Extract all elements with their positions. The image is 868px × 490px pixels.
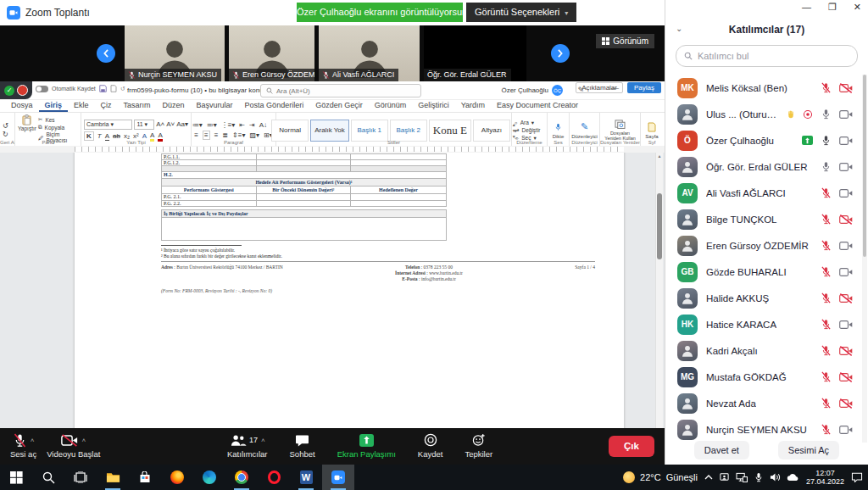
toolbar-ekran-paylaşımı-button[interactable]: Ekran Paylaşımı (332, 432, 401, 459)
italic-button[interactable]: T (97, 132, 102, 140)
participant-row[interactable]: MKMelis Köksal (Ben) (665, 75, 861, 101)
tray-mic[interactable] (754, 472, 764, 482)
weather-widget[interactable]: 22°C Güneşli (623, 471, 698, 483)
word-tab-easy-document-creator[interactable]: Easy Document Creator (491, 99, 584, 112)
dictate-icon[interactable] (554, 122, 562, 132)
participant-row[interactable]: ÖÖzer Çulhaoğlu (665, 127, 861, 153)
undo-quick-icon[interactable]: ↺ (120, 86, 125, 92)
superscript-button[interactable]: x² (133, 132, 139, 140)
redo-button[interactable]: ↻ (3, 131, 8, 138)
page-icon[interactable] (648, 122, 656, 132)
word-tab-giri-[interactable]: Giriş (39, 99, 69, 112)
justify-button[interactable]: ≣ (222, 131, 228, 139)
participant-row[interactable]: Kadri Akçalı (665, 337, 861, 364)
autosave-toggle[interactable] (36, 86, 48, 92)
align-center-button[interactable]: ≡ (203, 131, 210, 140)
toolbar-katılımcılar-button[interactable]: 17˄Katılımcılar (222, 432, 273, 459)
taskbar-store-button[interactable] (129, 465, 161, 490)
word-tab-d-zen[interactable]: Düzen (157, 99, 191, 112)
toolbar-sesi-aç-button[interactable]: ˄Sesi aç (5, 432, 42, 459)
taskbar-chrome-button[interactable] (225, 465, 258, 490)
participant-row[interactable]: Eren Gürsoy ÖZDEMİR (665, 232, 861, 259)
participants-scrollbar[interactable] (862, 75, 867, 443)
word-tab-tasar-m[interactable]: Tasarım (118, 99, 157, 112)
save-icon[interactable] (99, 85, 107, 92)
find-button[interactable]: ⌕ Ara ▾ (515, 120, 534, 126)
taskbar-clock[interactable]: 12:07 27.04.2022 (806, 469, 844, 486)
word-account[interactable]: Özer Çulhaoğlu ÖÇ (501, 85, 563, 96)
style-ba-l-k-2[interactable]: Başlık 2 (390, 120, 427, 142)
participant-row[interactable]: Nevzat Ada (665, 390, 861, 416)
undo-button[interactable]: ↺ (3, 122, 8, 130)
taskbar-search-button[interactable] (32, 465, 64, 490)
tray-display[interactable] (736, 472, 748, 482)
panel-close-button[interactable]: ✕ (854, 2, 861, 13)
invite-button[interactable]: Davet et (694, 441, 749, 459)
word-tab-geli-tirici[interactable]: Geliştirici (412, 99, 455, 112)
participant-row[interactable]: GBGözde BUHARALI (665, 259, 861, 285)
leave-meeting-button[interactable]: Çık (609, 436, 654, 457)
word-search-box[interactable]: Ara (Alt+Ü) (260, 84, 421, 97)
taskbar-word-button[interactable]: W (290, 465, 322, 490)
taskbar-edge-button[interactable] (193, 465, 225, 490)
panel-minimize-button[interactable]: — (802, 2, 811, 13)
underline-button[interactable]: A (105, 132, 109, 141)
replace-button[interactable]: ⇄ Değiştir (515, 127, 541, 134)
paste-button[interactable]: Yapıştır (18, 114, 36, 131)
style-normal[interactable]: Normal (271, 120, 309, 142)
video-tile[interactable]: Öğr. Gör. Erdal GÜLER (424, 25, 526, 81)
participant-row[interactable]: Öğr. Gör. Erdal GÜLER (665, 153, 861, 180)
participant-row[interactable]: HKHatice KARACA (665, 311, 861, 337)
multilevel-list-button[interactable]: ⋮≡▾ (221, 121, 236, 129)
panel-restore-button[interactable]: ❐ (828, 2, 837, 13)
view-layout-button[interactable]: Görünüm (596, 34, 654, 48)
taskbar-opera-button[interactable] (258, 465, 290, 490)
toolbar-kaydet-button[interactable]: Kaydet (413, 432, 448, 459)
word-tab-yard-m[interactable]: Yardım (455, 99, 491, 112)
style-ba-l-k-1[interactable]: Başlık 1 (351, 120, 388, 142)
toolbar-videoyu-başlat-button[interactable]: ˄Videoyu Başlat (42, 432, 105, 459)
participant-row[interactable]: MGMustafa GÖKDAĞ (665, 364, 861, 390)
numbering-button[interactable]: ≕▾ (207, 121, 217, 129)
shrink-font-button[interactable]: A˅ (166, 120, 175, 128)
taskbar-start-button[interactable] (0, 465, 32, 490)
subscript-button[interactable]: x₂ (124, 132, 130, 140)
style-aral-k-yok[interactable]: Aralık Yok (310, 120, 349, 142)
word-tab--iz[interactable]: Çiz (95, 99, 118, 112)
taskbar-task-view-button[interactable] (64, 465, 97, 490)
tray-cloud[interactable] (787, 473, 799, 482)
video-tile[interactable]: Eren Gürsoy ÖZDEMİR (229, 25, 314, 81)
line-spacing-button[interactable]: ⇕≡▾ (232, 131, 245, 139)
word-tab-dosya[interactable]: Dosya (5, 99, 39, 112)
grow-font-button[interactable]: A˄ (156, 120, 164, 128)
word-tab-g-r-n-m[interactable]: Görünüm (369, 99, 413, 112)
view-options-button[interactable]: Görüntü Seçenekleri▾ (466, 3, 576, 22)
increase-indent-button[interactable]: ⇥ (249, 121, 255, 129)
font-name-combobox[interactable]: Cambria ▾ (84, 120, 132, 130)
word-scrollbar[interactable]: ▲ (655, 153, 663, 428)
reuse-files-icon[interactable] (615, 120, 626, 129)
taskbar-zoom-button[interactable] (322, 465, 354, 490)
word-tab-ba-vurular[interactable]: Başvurular (191, 99, 239, 112)
participant-row[interactable]: Nurçin SEYMEN AKSU (665, 416, 861, 443)
participant-row[interactable]: Halide AKKUŞ (665, 285, 861, 311)
tray-chevron-up[interactable] (704, 474, 713, 481)
editor-icon[interactable]: ✎ (581, 121, 588, 132)
participant-search-input[interactable]: Katılımcı bul (676, 45, 858, 67)
unmute-button[interactable]: Sesimi Aç (778, 441, 839, 459)
bullets-button[interactable]: ≔▾ (192, 121, 203, 129)
font-size-combobox[interactable]: 11 ▾ (134, 120, 154, 130)
align-right-button[interactable]: ≡ (214, 131, 219, 139)
participant-row[interactable]: AVAli Vasfi AĞLARCI (665, 180, 861, 206)
action-center-icon[interactable] (851, 472, 863, 482)
shading-button[interactable]: ▨▾ (249, 131, 259, 139)
change-case-button[interactable]: Aa▾ (176, 120, 188, 128)
sort-button[interactable]: A↓ (259, 121, 267, 129)
cut-button[interactable]: ✂ Kes (38, 116, 78, 123)
tray-teams[interactable] (719, 472, 730, 482)
participant-row[interactable]: Ulus ... (Oturum Sahibi) (665, 101, 861, 127)
prev-videos-button[interactable] (97, 44, 115, 63)
participants-scrollbar-thumb[interactable] (863, 75, 866, 257)
word-tab-posta-g-nderileri[interactable]: Posta Gönderileri (239, 99, 310, 112)
next-videos-button[interactable] (551, 44, 570, 63)
